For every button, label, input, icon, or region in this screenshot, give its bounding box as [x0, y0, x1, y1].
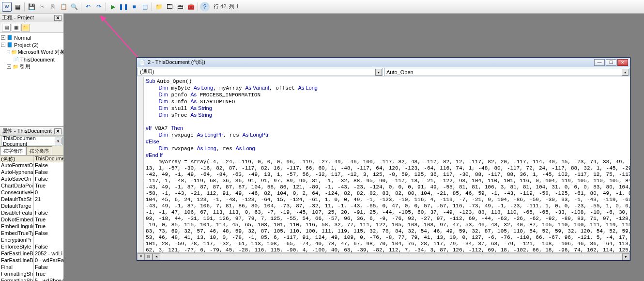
- property-row[interactable]: AutoSaveOnFalse: [0, 176, 63, 183]
- chevron-down-icon[interactable]: ▾: [622, 69, 629, 76]
- find-icon[interactable]: 🔍: [69, 2, 79, 12]
- stop-icon[interactable]: ■: [129, 2, 139, 12]
- help-icon[interactable]: ?: [200, 2, 210, 12]
- property-row[interactable]: ConsecutiveH0: [0, 189, 63, 196]
- property-row[interactable]: DoNotEmbedSyTrue: [0, 217, 63, 223]
- object-browser-icon[interactable]: 🗃: [175, 2, 185, 12]
- view-full-icon[interactable]: ≡: [137, 253, 145, 260]
- properties-grid[interactable]: (名称)ThisDocumentAutoFormatOvFalseAutoHyp…: [0, 155, 63, 281]
- chevron-down-icon[interactable]: ▾: [55, 138, 61, 144]
- properties-pane-label: 属性 - ThisDocument: [2, 127, 52, 135]
- project-pane-label: 工程 - Project: [2, 14, 34, 21]
- property-row[interactable]: ChartDataPoiTrue: [0, 183, 63, 189]
- project-explorer-icon[interactable]: 📁: [154, 2, 164, 12]
- project-pane-title: 工程 - Project ×: [0, 14, 63, 22]
- tree-normal[interactable]: +📘Normal: [0, 34, 63, 41]
- view-code-icon[interactable]: ▤: [2, 24, 11, 31]
- property-row[interactable]: FormattingShTrue: [0, 271, 63, 278]
- copy-icon[interactable]: ⎘: [48, 2, 58, 12]
- procedure-combo[interactable]: Auto_Open▾: [384, 68, 629, 76]
- property-row[interactable]: DefaultTabSt21: [0, 196, 63, 203]
- properties-pane: 属性 - ThisDocument × ThisDocumen Document…: [0, 127, 63, 281]
- property-row[interactable]: AutoHyphenatFalse: [0, 169, 63, 176]
- code-editor[interactable]: Sub Auto_Open() Dim myByte As Long, myAr…: [144, 77, 630, 252]
- property-row[interactable]: FinalFalse: [0, 264, 63, 271]
- property-row[interactable]: EncryptionPr: [0, 237, 63, 244]
- maximize-button[interactable]: ☐: [606, 59, 616, 66]
- folder-icon[interactable]: 📁: [21, 24, 30, 31]
- minimize-button[interactable]: —: [594, 59, 605, 66]
- project-tree[interactable]: +📘Normal −📘Project (2) −📁Microsoft Word …: [0, 33, 63, 127]
- code-window-title: 2 - ThisDocument (代码): [148, 59, 205, 66]
- property-row[interactable]: DefaultTarge: [0, 203, 63, 210]
- close-button[interactable]: ✕: [617, 59, 628, 66]
- paste-icon[interactable]: 📋: [59, 2, 68, 12]
- design-icon[interactable]: ◫: [140, 2, 150, 12]
- tree-references[interactable]: +📁引用: [0, 63, 63, 70]
- undo-icon[interactable]: ↶: [83, 2, 93, 12]
- view-icon[interactable]: ▦: [13, 2, 22, 12]
- properties-pane-title: 属性 - ThisDocument ×: [0, 127, 63, 136]
- code-window-titlebar[interactable]: 📄 2 - ThisDocument (代码) — ☐ ✕: [137, 58, 630, 67]
- object-combo[interactable]: (通用)▾: [138, 68, 383, 76]
- view-proc-icon[interactable]: ▤: [145, 253, 153, 260]
- save-icon[interactable]: 💾: [27, 2, 36, 12]
- tree-project2[interactable]: −📘Project (2): [0, 41, 63, 48]
- properties-icon[interactable]: 🗔: [165, 2, 174, 12]
- cut-icon[interactable]: ✂: [37, 2, 47, 12]
- property-row[interactable]: FarEastLineB0 - wdFarEa: [0, 257, 63, 264]
- left-column: 工程 - Project × ▤ ▦ 📁 +📘Normal −📘Project …: [0, 14, 64, 281]
- redo-icon[interactable]: ↷: [94, 2, 104, 12]
- property-row[interactable]: EmbedLinguisTrue: [0, 223, 63, 230]
- scrollbar-horizontal[interactable]: ≡ ▤ ◂ ▸: [137, 252, 630, 260]
- property-row[interactable]: FarEastLineB2052 - wdLi: [0, 250, 63, 257]
- run-icon[interactable]: ▶: [108, 2, 118, 12]
- tab-alphabetic[interactable]: 按字母序: [0, 146, 26, 155]
- property-row[interactable]: FormattingSh5 - wdShowFi: [0, 278, 63, 281]
- code-margin: [137, 77, 144, 252]
- word-icon[interactable]: W: [2, 2, 12, 12]
- chevron-down-icon[interactable]: ▾: [375, 69, 382, 76]
- properties-pane-close[interactable]: ×: [54, 128, 61, 134]
- project-pane-tools: ▤ ▦ 📁: [0, 22, 63, 33]
- scroll-left-icon[interactable]: ◂: [153, 253, 160, 260]
- toolbox-icon[interactable]: 🧰: [186, 2, 196, 12]
- view-object-icon[interactable]: ▦: [12, 24, 20, 31]
- tree-thisdocument[interactable]: 📄ThisDocument: [0, 56, 63, 63]
- property-row[interactable]: AutoFormatOvFalse: [0, 162, 63, 169]
- code-combos: (通用)▾ Auto_Open▾: [137, 67, 630, 77]
- property-row[interactable]: EnforceStyleFalse: [0, 244, 63, 250]
- main-area: 工程 - Project × ▤ ▦ 📁 +📘Normal −📘Project …: [0, 14, 644, 281]
- properties-tabs: 按字母序 按分类序: [0, 146, 63, 155]
- module-icon: 📄: [139, 59, 146, 66]
- mdi-area: 📄 2 - ThisDocument (代码) — ☐ ✕ (通用)▾ Auto…: [64, 14, 644, 281]
- tree-word-objects[interactable]: −📁Microsoft Word 对象: [0, 48, 63, 56]
- main-toolbar: W ▦ 💾 ✂ ⎘ 📋 🔍 ↶ ↷ ▶ ❚❚ ■ ◫ 📁 🗔 🗃 🧰 ? 行 4…: [0, 0, 644, 14]
- properties-object-combo[interactable]: ThisDocumen Document ▾: [1, 137, 62, 145]
- project-pane-close[interactable]: ×: [54, 15, 61, 21]
- pause-icon[interactable]: ❚❚: [119, 2, 128, 12]
- cursor-position: 行 42, 列 1: [214, 3, 239, 10]
- tab-categorized[interactable]: 按分类序: [26, 146, 52, 155]
- code-window: 📄 2 - ThisDocument (代码) — ☐ ✕ (通用)▾ Auto…: [137, 57, 630, 261]
- property-row[interactable]: (名称)ThisDocument: [0, 156, 63, 162]
- scroll-right-icon[interactable]: ▸: [622, 253, 630, 260]
- property-row[interactable]: DisableFeatuFalse: [0, 210, 63, 217]
- property-row[interactable]: EmbedTrueTypFalse: [0, 230, 63, 237]
